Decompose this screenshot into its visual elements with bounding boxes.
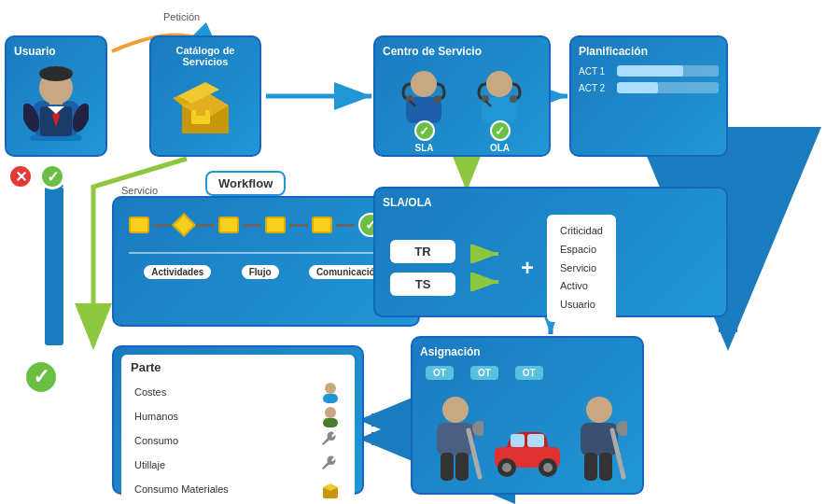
agent-ola: ✓ OLA xyxy=(474,67,525,153)
tr-box: TR xyxy=(390,240,455,263)
sla-arrows xyxy=(470,245,508,291)
svg-point-23 xyxy=(411,71,437,97)
wf-label-actividades: Actividades xyxy=(144,265,211,279)
sla-right-text: Criticidad Espacio Servicio Activo Usuar… xyxy=(547,215,616,322)
tech2-figure xyxy=(571,393,627,486)
parte-item-materiales: Consumo Materiales xyxy=(131,477,345,501)
agent1-figure xyxy=(399,67,450,128)
catalogo-title: Catálogo de Servicios xyxy=(159,45,252,67)
svg-rect-50 xyxy=(527,434,544,447)
svg-rect-42 xyxy=(441,453,454,481)
agent-sla: ✓ SLA xyxy=(399,67,450,153)
act1-bar: ACT 1 xyxy=(579,65,719,77)
svg-point-34 xyxy=(325,407,336,418)
tech1-figure xyxy=(427,393,483,486)
planif-title: Planificación xyxy=(579,45,719,58)
svg-point-10 xyxy=(39,66,73,81)
agent2-figure xyxy=(474,67,525,128)
parte-item-costes: Costes xyxy=(131,380,345,404)
svg-point-46 xyxy=(502,463,511,472)
svg-rect-49 xyxy=(511,434,525,447)
check-x-group: ✕ ✓ xyxy=(7,163,65,189)
wf-nodes: ✓ xyxy=(121,205,411,245)
svg-point-30 xyxy=(510,95,517,103)
svg-point-51 xyxy=(586,397,612,423)
usuario-box: Usuario xyxy=(5,35,107,157)
user-figure xyxy=(23,62,89,141)
parte-item-humanos: Humanos xyxy=(131,404,345,428)
parte-box: Parte Costes Humanos Consumo Utillaje Co… xyxy=(112,345,364,495)
parte-inner: Parte Costes Humanos Consumo Utillaje Co… xyxy=(121,355,355,504)
parte-title: Parte xyxy=(131,360,345,374)
slaola-box: SLA/OLA TR TS + Criticidad Espacio Ser xyxy=(373,187,728,317)
slaola-title: SLA/OLA xyxy=(383,196,719,209)
servicio-label: Servicio xyxy=(121,185,158,196)
svg-point-26 xyxy=(434,95,441,103)
ot-badge-1: OT xyxy=(426,366,454,380)
sla-arrow2 xyxy=(470,273,508,291)
x-icon: ✕ xyxy=(7,163,34,189)
catalogo-box: Catálogo de Servicios xyxy=(149,35,261,157)
peticion-label: Petición xyxy=(163,11,200,22)
ts-box: TS xyxy=(390,273,455,296)
parte-item-utillaje: Utillaje xyxy=(131,453,345,477)
svg-rect-43 xyxy=(455,453,469,481)
asignacion-box: Asignación OT OT OT xyxy=(411,336,644,495)
svg-rect-33 xyxy=(323,394,338,403)
parte-item-consumo: Consumo xyxy=(131,428,345,453)
diagram-container: Petición Servicio Usuario xyxy=(0,0,840,504)
ot-badges: OT OT OT xyxy=(420,362,635,384)
tr-ts-area: TR TS xyxy=(383,232,463,303)
planif-box: Planificación ACT 1 ACT 2 xyxy=(569,35,728,157)
car-figure xyxy=(490,412,565,486)
usuario-title: Usuario xyxy=(14,45,98,58)
svg-rect-55 xyxy=(584,453,597,481)
workflow-label: Workflow xyxy=(205,171,286,196)
sla-arrow1 xyxy=(470,245,508,263)
catalogo-icon xyxy=(168,73,243,143)
centro-box: Centro de Servicio ✓ SLA xyxy=(373,35,551,157)
large-check-icon: ✓ xyxy=(23,359,59,395)
centro-title: Centro de Servicio xyxy=(383,45,541,58)
wf-sub-lines xyxy=(121,245,411,258)
svg-point-48 xyxy=(543,463,553,472)
svg-rect-4 xyxy=(45,187,63,345)
svg-rect-22 xyxy=(196,108,205,116)
svg-point-27 xyxy=(486,71,512,97)
wf-label-flujo: Flujo xyxy=(242,265,279,279)
technicians-group xyxy=(420,389,635,490)
svg-point-38 xyxy=(442,397,469,423)
svg-rect-56 xyxy=(599,453,612,481)
check-icon: ✓ xyxy=(39,163,65,189)
plus-sign: + xyxy=(515,255,539,281)
wf-labels: Actividades Flujo Comunicación xyxy=(121,261,411,283)
act2-bar: ACT 2 xyxy=(579,82,719,93)
svg-point-32 xyxy=(325,383,336,394)
ot-badge-2: OT xyxy=(470,366,498,380)
ot-badge-3: OT xyxy=(515,366,543,380)
asignacion-title: Asignación xyxy=(420,345,635,358)
svg-rect-35 xyxy=(323,418,338,427)
